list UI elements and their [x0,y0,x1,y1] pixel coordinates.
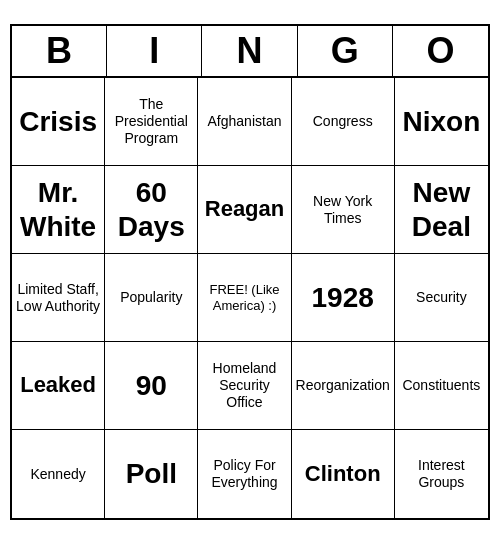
bingo-cell: 90 [105,342,198,430]
bingo-cell: 60 Days [105,166,198,254]
cell-text: Congress [313,113,373,130]
cell-text: Afghanistan [208,113,282,130]
bingo-cell: Interest Groups [395,430,488,518]
bingo-cell: Leaked [12,342,105,430]
cell-text: Kennedy [30,466,85,483]
bingo-cell: New Deal [395,166,488,254]
cell-text: Constituents [402,377,480,394]
cell-text: 1928 [312,281,374,315]
bingo-cell: Reorganization [292,342,395,430]
bingo-cell: Mr. White [12,166,105,254]
cell-text: Clinton [305,461,381,487]
cell-text: Interest Groups [399,457,484,491]
bingo-cell: Policy For Everything [198,430,291,518]
cell-text: Popularity [120,289,182,306]
cell-text: The Presidential Program [109,96,193,146]
cell-text: Policy For Everything [202,457,286,491]
cell-text: Homeland Security Office [202,360,286,410]
cell-text: New Deal [399,176,484,243]
bingo-cell: Popularity [105,254,198,342]
bingo-cell: The Presidential Program [105,78,198,166]
cell-text: Mr. White [16,176,100,243]
header-letter: N [202,26,297,76]
bingo-cell: Crisis [12,78,105,166]
cell-text: Leaked [20,372,96,398]
bingo-cell: Reagan [198,166,291,254]
bingo-cell: Kennedy [12,430,105,518]
header-letter: G [298,26,393,76]
cell-text: Limited Staff, Low Authority [16,281,100,315]
cell-text: 90 [136,369,167,403]
bingo-grid: CrisisThe Presidential ProgramAfghanista… [12,78,488,518]
header-letter: B [12,26,107,76]
header-letter: O [393,26,488,76]
bingo-cell: Security [395,254,488,342]
bingo-cell: Homeland Security Office [198,342,291,430]
header-letter: I [107,26,202,76]
cell-text: 60 Days [109,176,193,243]
bingo-cell: FREE! (Like America) :) [198,254,291,342]
bingo-cell: Clinton [292,430,395,518]
bingo-cell: Congress [292,78,395,166]
bingo-cell: Poll [105,430,198,518]
bingo-cell: Limited Staff, Low Authority [12,254,105,342]
cell-text: Security [416,289,467,306]
bingo-cell: New York Times [292,166,395,254]
bingo-cell: 1928 [292,254,395,342]
cell-text: FREE! (Like America) :) [202,282,286,313]
cell-text: Reorganization [296,377,390,394]
cell-text: Crisis [19,105,97,139]
bingo-card: BINGO CrisisThe Presidential ProgramAfgh… [10,24,490,520]
cell-text: New York Times [296,193,390,227]
bingo-cell: Afghanistan [198,78,291,166]
cell-text: Poll [126,457,177,491]
cell-text: Reagan [205,196,284,222]
cell-text: Nixon [403,105,481,139]
bingo-cell: Nixon [395,78,488,166]
bingo-header: BINGO [12,26,488,78]
bingo-cell: Constituents [395,342,488,430]
